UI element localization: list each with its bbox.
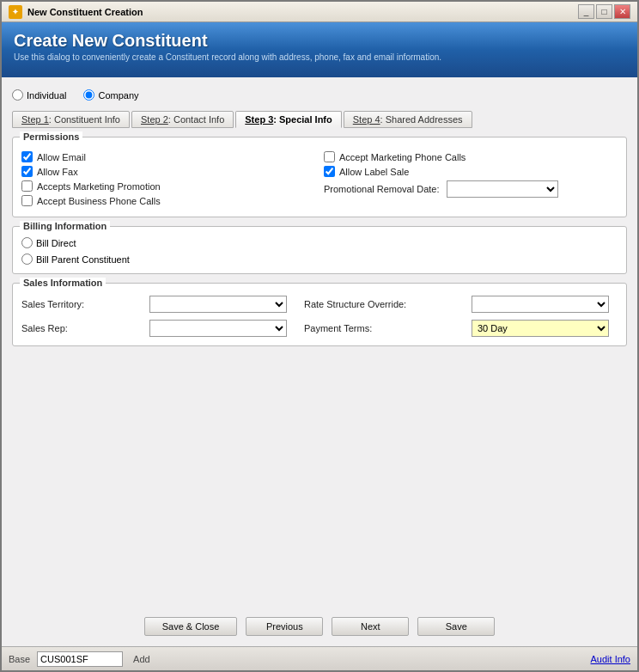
bill-parent-item[interactable]: Bill Parent Constituent xyxy=(21,254,618,265)
tab-step4[interactable]: Step 4: Shared Addresses xyxy=(344,111,472,128)
dialog-header: Create New Constituent Use this dialog t… xyxy=(2,22,637,77)
sales-rep-label: Sales Rep: xyxy=(21,323,141,333)
sales-territory-label: Sales Territory: xyxy=(21,299,141,309)
billing-section: Billing Information Bill Direct Bill Par… xyxy=(12,226,627,274)
payment-terms-label: Payment Terms: xyxy=(304,323,463,333)
billing-title: Billing Information xyxy=(20,221,110,231)
accepts-marketing-label[interactable]: Accepts Marketing Promotion xyxy=(37,181,161,192)
individual-label[interactable]: Individual xyxy=(27,90,66,101)
allow-email-item: Allow Email xyxy=(21,150,315,164)
allow-fax-item: Allow Fax xyxy=(21,164,315,179)
step-tabs: Step 1: Constituent Info Step 2: Contact… xyxy=(12,111,627,128)
accept-marketing-phone-item: Accept Marketing Phone Calls xyxy=(324,150,618,164)
action-buttons: Save & Close Previous Next Save xyxy=(2,608,637,645)
bill-direct-radio[interactable] xyxy=(21,237,33,248)
company-radio[interactable] xyxy=(83,89,94,101)
sales-title: Sales Information xyxy=(20,278,106,288)
individual-option[interactable]: Individual xyxy=(12,89,66,101)
promo-removal-date-select[interactable] xyxy=(447,180,558,198)
maximize-button[interactable]: □ xyxy=(596,4,612,19)
status-value-input[interactable] xyxy=(37,651,123,667)
accept-business-phone-item: Accept Business Phone Calls xyxy=(21,193,315,208)
main-content: Individual Company Step 1: Constituent I… xyxy=(2,77,637,670)
save-close-button[interactable]: Save & Close xyxy=(144,617,238,636)
bill-direct-label[interactable]: Bill Direct xyxy=(36,238,76,248)
close-button[interactable]: ✕ xyxy=(614,4,630,19)
type-selection: Individual Company xyxy=(12,86,627,104)
app-icon: ✦ xyxy=(9,5,22,19)
company-label[interactable]: Company xyxy=(98,90,138,101)
rate-structure-select[interactable] xyxy=(472,296,609,313)
rate-structure-label: Rate Structure Override: xyxy=(304,299,463,309)
sales-territory-select[interactable] xyxy=(149,296,287,313)
allow-label-sale-checkbox[interactable] xyxy=(324,166,335,177)
sales-section: Sales Information Sales Territory: Rate … xyxy=(12,283,627,346)
status-add-label: Add xyxy=(133,654,150,664)
allow-fax-label[interactable]: Allow Fax xyxy=(37,167,78,177)
tab-step1[interactable]: Step 1: Constituent Info xyxy=(12,111,130,128)
permissions-title: Permissions xyxy=(20,131,82,142)
dialog-subtitle: Use this dialog to conveniently create a… xyxy=(14,52,625,62)
permissions-section: Permissions Allow Email Allow Fax xyxy=(12,137,627,217)
audit-info-link[interactable]: Audit Info xyxy=(591,654,630,664)
accept-business-phone-checkbox[interactable] xyxy=(21,195,33,206)
accept-marketing-phone-checkbox[interactable] xyxy=(324,151,335,162)
tab-step3[interactable]: Step 3: Special Info xyxy=(235,111,342,128)
payment-terms-select[interactable]: 30 Day xyxy=(472,320,609,337)
accept-marketing-phone-label[interactable]: Accept Marketing Phone Calls xyxy=(339,152,466,162)
allow-fax-checkbox[interactable] xyxy=(21,166,33,177)
allow-email-label[interactable]: Allow Email xyxy=(37,152,86,162)
status-base-label: Base xyxy=(9,654,30,664)
bill-direct-item[interactable]: Bill Direct xyxy=(21,237,618,248)
status-bar: Base Add Audit Info xyxy=(2,646,637,670)
previous-button[interactable]: Previous xyxy=(246,617,323,636)
title-bar: ✦ New Constituent Creation _ □ ✕ xyxy=(2,2,637,22)
company-option[interactable]: Company xyxy=(83,89,138,101)
bill-parent-radio[interactable] xyxy=(21,254,33,265)
minimize-button[interactable]: _ xyxy=(578,4,594,19)
sales-rep-select[interactable] xyxy=(149,320,287,337)
allow-label-sale-item: Allow Label Sale xyxy=(324,164,618,179)
allow-label-sale-label[interactable]: Allow Label Sale xyxy=(339,167,409,177)
accepts-marketing-checkbox[interactable] xyxy=(21,180,33,192)
tab-step2[interactable]: Step 2: Contact Info xyxy=(131,111,234,128)
allow-email-checkbox[interactable] xyxy=(21,151,33,162)
save-button[interactable]: Save xyxy=(417,617,495,636)
next-button[interactable]: Next xyxy=(332,617,409,636)
window-controls: _ □ ✕ xyxy=(578,4,630,19)
bill-parent-label[interactable]: Bill Parent Constituent xyxy=(36,254,130,265)
dialog-title: Create New Constituent xyxy=(14,31,625,51)
promo-removal-label: Promotional Removal Date: xyxy=(324,184,440,194)
accept-business-phone-label[interactable]: Accept Business Phone Calls xyxy=(37,196,161,206)
individual-radio[interactable] xyxy=(12,89,23,101)
accepts-marketing-item: Accepts Marketing Promotion xyxy=(21,179,315,193)
promo-removal-row: Promotional Removal Date: xyxy=(324,179,618,199)
window-title: New Constituent Creation xyxy=(27,7,573,17)
